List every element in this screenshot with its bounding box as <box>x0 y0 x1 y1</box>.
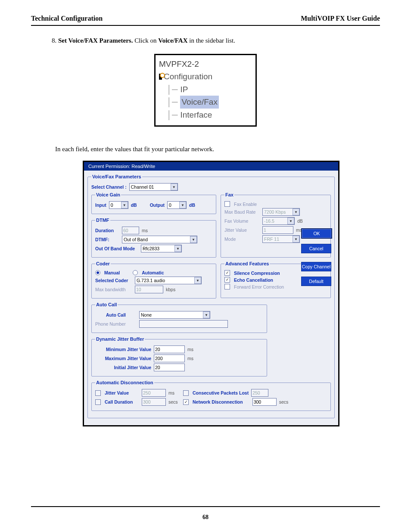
echo-cancel-label: Echo Cancellation <box>234 277 273 283</box>
coder-legend: Coder <box>95 261 111 266</box>
disc-jitter-field: 250 <box>142 389 166 397</box>
disc-network-field[interactable]: 300 <box>252 398 277 406</box>
chevron-down-icon: ▼ <box>194 277 201 284</box>
tree-item-label: Voice/Fax <box>180 96 218 108</box>
autocall-dropdown[interactable]: None▼ <box>139 311 210 319</box>
key-icon <box>159 74 162 80</box>
fax-jitter-field: 1 <box>262 226 293 234</box>
disc-callduration-unit: secs <box>168 399 181 404</box>
disc-jitter-label: Jitter Value <box>105 390 139 395</box>
footer-rule <box>31 506 380 507</box>
min-jitter-field[interactable]: 20 <box>154 345 185 353</box>
voice-gain-legend: Voice Gain <box>95 192 121 197</box>
default-button[interactable]: Default <box>301 277 331 286</box>
input-gain-value: 0 <box>111 202 120 208</box>
input-gain-unit: dB <box>131 202 137 208</box>
output-gain-label: Output <box>150 202 165 208</box>
tree-item-label: Interface <box>180 109 212 121</box>
disc-network-label: Network Disconnection <box>193 399 243 404</box>
permission-bar: Current Permission: Read/Write <box>84 162 338 171</box>
disc-callduration-label: Call Duration <box>105 399 139 404</box>
fax-enable-checkbox[interactable] <box>224 201 230 207</box>
fax-mode-label: Mode <box>224 236 260 242</box>
dtmf-mode-dropdown[interactable]: Out of Band▼ <box>122 236 197 243</box>
fax-vol-unit: dB <box>297 218 303 224</box>
coder-manual-label: Manual <box>104 270 120 275</box>
header-rule <box>31 25 380 26</box>
page-number: 68 <box>0 514 411 521</box>
fax-baud-label: Max Baud Rate <box>224 209 260 215</box>
tree-item-ip[interactable]: │─IP <box>167 83 252 96</box>
step-tail: in the sidebar list. <box>188 37 235 44</box>
autocall-legend: Auto Call <box>95 302 118 307</box>
coder-selected-label: Selected Coder <box>95 278 132 283</box>
sidebar-tree: MVPFX2-2 Configuration │─IP │─Voice/Fax … <box>154 54 257 127</box>
step-bold-1: Set Voice/FAX Parameters. <box>58 37 133 44</box>
dtmf-legend: DTMF <box>95 218 110 223</box>
tree-item-voicefax[interactable]: │─Voice/Fax <box>167 96 252 108</box>
tree-item-interface[interactable]: │─Interface <box>167 109 252 121</box>
disc-packets-label: Consecutive Packets Lost <box>193 390 249 395</box>
coder-bw-label: Max bandwidth <box>95 287 132 292</box>
fec-checkbox[interactable] <box>224 284 230 289</box>
silence-comp-label: Silence Compression <box>234 271 280 276</box>
intro-text: In each field, enter the values that fit… <box>55 146 380 153</box>
echo-cancel-checkbox[interactable]: ✓ <box>224 277 230 283</box>
output-gain-dropdown[interactable]: 0▼ <box>167 201 187 209</box>
disc-callduration-checkbox[interactable] <box>95 399 101 405</box>
oob-mode-dropdown[interactable]: Rfc2833▼ <box>141 245 182 252</box>
silence-comp-checkbox[interactable]: ✓ <box>224 270 230 276</box>
main-legend: Voice/Fax Parameters <box>91 174 142 179</box>
step-instruction: 8. Set Voice/FAX Parameters. Click on Vo… <box>52 37 380 44</box>
fax-vol-label: Fax Volume <box>224 218 260 224</box>
max-jitter-field[interactable]: 200 <box>154 355 185 362</box>
disc-jitter-checkbox[interactable] <box>95 390 101 396</box>
disc-network-checkbox[interactable]: ✓ <box>183 399 189 405</box>
chevron-down-icon: ▼ <box>174 245 181 252</box>
coder-selected-dropdown[interactable]: G.723.1 audio▼ <box>135 277 202 284</box>
disc-packets-checkbox[interactable] <box>183 390 189 396</box>
min-jitter-unit: ms <box>187 347 193 352</box>
disc-network-unit: secs <box>279 399 289 404</box>
chevron-down-icon: ▼ <box>171 184 177 190</box>
coder-auto-radio[interactable] <box>133 270 138 275</box>
output-gain-unit: dB <box>189 202 195 208</box>
phone-number-field <box>139 320 228 328</box>
fax-jitter-label: Jitter Value <box>224 227 260 233</box>
header-right: MultiVOIP FX User Guide <box>301 15 380 22</box>
autocall-value: None <box>141 312 202 317</box>
dtmf-duration-unit: ms <box>142 228 148 233</box>
select-channel-dropdown[interactable]: Channel 01 ▼ <box>129 183 178 191</box>
tree-node-config[interactable]: Configuration <box>159 70 252 83</box>
chevron-down-icon: ▼ <box>287 218 294 224</box>
cancel-button[interactable]: Cancel <box>301 244 331 253</box>
min-jitter-label: Minimum Jitter Value <box>95 347 151 352</box>
tree-node-label: Configuration <box>164 70 212 83</box>
input-gain-label: Input <box>95 202 106 208</box>
disc-packets-field: 250 <box>251 389 268 397</box>
fax-vol-dropdown: -16.5▼ <box>262 217 295 225</box>
voicefax-dialog: Current Permission: Read/Write Voice/Fax… <box>83 161 339 426</box>
adv-legend: Advanced Features <box>224 261 270 266</box>
select-channel-value: Channel 01 <box>131 184 170 190</box>
select-channel-label: Select Channel : <box>91 184 127 190</box>
chevron-down-icon: ▼ <box>179 202 186 208</box>
jitter-legend: Dynamic Jitter Buffer <box>95 336 145 342</box>
coder-manual-radio[interactable] <box>95 270 100 275</box>
copy-channel-button[interactable]: Copy Channel <box>301 262 331 271</box>
disc-callduration-field: 300 <box>142 398 166 406</box>
ok-button[interactable]: OK <box>301 228 332 239</box>
phone-number-label: Phone Number <box>95 321 137 327</box>
tree-root: MVPFX2-2 <box>159 58 252 70</box>
chevron-down-icon: ▼ <box>293 208 299 215</box>
init-jitter-field[interactable]: 20 <box>154 364 185 371</box>
disc-jitter-unit: ms <box>168 390 181 395</box>
input-gain-dropdown[interactable]: 0▼ <box>109 201 128 209</box>
dtmf-mode-label: DTMF: <box>95 237 119 242</box>
coder-bw-unit: kbps <box>166 287 175 292</box>
output-gain-value: 0 <box>169 202 178 208</box>
step-mid: Click on <box>133 37 158 44</box>
tree-item-label: IP <box>180 83 188 96</box>
step-number: 8. <box>52 37 56 44</box>
fax-baud-dropdown: 7200 Kbps▼ <box>262 208 300 216</box>
